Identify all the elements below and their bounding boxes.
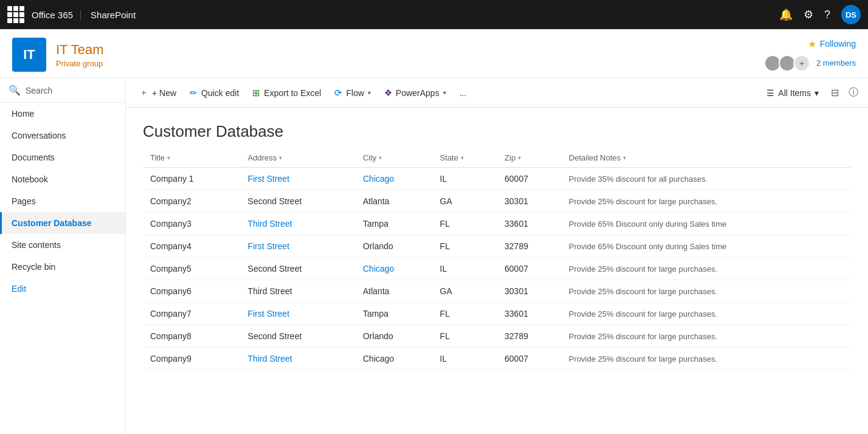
cell-state: GA bbox=[433, 280, 497, 303]
group-header-right: ★ Following + 2 members bbox=[764, 38, 856, 72]
zip-sort-icon: ▾ bbox=[518, 154, 521, 161]
sidebar-item-edit[interactable]: Edit bbox=[0, 278, 125, 300]
export-label: Export to Excel bbox=[264, 88, 321, 98]
table-row[interactable]: Company7First StreetTampaFL33601Provide … bbox=[143, 303, 851, 325]
cell-state: IL bbox=[433, 168, 497, 190]
cell-title: Company4 bbox=[143, 235, 241, 258]
waffle-menu[interactable] bbox=[7, 6, 24, 23]
table-header-row: Title ▾ Address ▾ bbox=[143, 148, 851, 168]
cell-title: Company9 bbox=[143, 348, 241, 370]
page-title: Customer Database bbox=[143, 122, 851, 141]
add-member-icon[interactable]: + bbox=[793, 55, 810, 72]
search-label: Search bbox=[26, 86, 52, 95]
all-items-chevron-icon: ▾ bbox=[815, 88, 819, 98]
quick-edit-button[interactable]: ✏ Quick edit bbox=[184, 84, 245, 102]
members-count[interactable]: 2 members bbox=[816, 58, 856, 67]
col-address: Address ▾ bbox=[241, 148, 356, 168]
cell-notes: Provide 25% discount for large purchases… bbox=[562, 190, 851, 213]
flow-chevron-icon: ▾ bbox=[368, 89, 371, 96]
new-icon: ＋ bbox=[139, 87, 148, 98]
cell-state: GA bbox=[433, 190, 497, 213]
star-icon: ★ bbox=[808, 38, 816, 50]
cell-notes: Provide 25% discount for large purchases… bbox=[562, 258, 851, 280]
all-items-button[interactable]: ☰ All Items ▾ bbox=[762, 86, 824, 100]
topbar: Office 365 SharePoint 🔔 ⚙ ? DS bbox=[0, 0, 868, 29]
cell-notes: Provide 65% Discount only during Sales t… bbox=[562, 235, 851, 258]
cell-address: Third Street bbox=[241, 280, 356, 303]
sidebar-item-conversations[interactable]: Conversations bbox=[0, 125, 125, 146]
table-row[interactable]: Company2Second StreetAtlantaGA30301Provi… bbox=[143, 190, 851, 213]
flow-icon: ⟳ bbox=[334, 88, 342, 98]
table-row[interactable]: Company6Third StreetAtlantaGA30301Provid… bbox=[143, 280, 851, 303]
table-row[interactable]: Company4First StreetOrlandoFL32789Provid… bbox=[143, 235, 851, 258]
cell-title: Company8 bbox=[143, 325, 241, 348]
new-button[interactable]: ＋ + New bbox=[133, 83, 182, 102]
sidebar-item-recycle-bin[interactable]: Recycle bin bbox=[0, 256, 125, 278]
table-body: Company 1First StreetChicagoIL60007Provi… bbox=[143, 168, 851, 370]
table-row[interactable]: Company9Third StreetChicagoIL60007Provid… bbox=[143, 348, 851, 370]
cell-zip: 32789 bbox=[497, 325, 562, 348]
cell-zip: 30301 bbox=[497, 190, 562, 213]
cell-city[interactable]: Chicago bbox=[356, 168, 433, 190]
cell-zip: 32789 bbox=[497, 235, 562, 258]
search-box[interactable]: 🔍 Search bbox=[0, 78, 125, 103]
sidebar-item-documents[interactable]: Documents bbox=[0, 146, 125, 168]
powerapps-button[interactable]: ❖ PowerApps ▾ bbox=[378, 84, 452, 102]
cell-address: Second Street bbox=[241, 325, 356, 348]
following-button[interactable]: ★ Following bbox=[808, 38, 856, 50]
cell-state: FL bbox=[433, 213, 497, 235]
more-button[interactable]: ... bbox=[453, 84, 473, 102]
sidebar-item-pages[interactable]: Pages bbox=[0, 190, 125, 212]
quick-edit-label: Quick edit bbox=[201, 88, 239, 98]
state-sort-icon: ▾ bbox=[461, 154, 464, 161]
search-icon: 🔍 bbox=[9, 84, 21, 96]
cell-city: Tampa bbox=[356, 303, 433, 325]
toolbar-right: ☰ All Items ▾ ⊟ ⓘ bbox=[762, 84, 861, 102]
cell-notes: Provide 25% discount for large purchases… bbox=[562, 348, 851, 370]
col-notes: Detailed Notes ▾ bbox=[562, 148, 851, 168]
cell-address[interactable]: First Street bbox=[241, 235, 356, 258]
cell-city: Orlando bbox=[356, 325, 433, 348]
cell-address[interactable]: First Street bbox=[241, 303, 356, 325]
col-zip: Zip ▾ bbox=[497, 148, 562, 168]
flow-button[interactable]: ⟳ Flow ▾ bbox=[328, 84, 377, 102]
sidebar-item-home[interactable]: Home bbox=[0, 103, 125, 125]
cell-zip: 60007 bbox=[497, 168, 562, 190]
notifications-button[interactable]: 🔔 bbox=[779, 8, 793, 21]
new-label: + New bbox=[152, 88, 176, 98]
cell-city: Chicago bbox=[356, 348, 433, 370]
cell-state: FL bbox=[433, 325, 497, 348]
cell-address[interactable]: First Street bbox=[241, 168, 356, 190]
filter-button[interactable]: ⊟ bbox=[828, 84, 841, 101]
cell-state: IL bbox=[433, 258, 497, 280]
cell-address[interactable]: Third Street bbox=[241, 213, 356, 235]
user-avatar[interactable]: DS bbox=[841, 5, 861, 24]
table-row[interactable]: Company8Second StreetOrlandoFL32789Provi… bbox=[143, 325, 851, 348]
powerapps-icon: ❖ bbox=[384, 88, 392, 98]
sidebar-item-customer-database[interactable]: Customer Database bbox=[0, 212, 125, 234]
cell-title: Company3 bbox=[143, 213, 241, 235]
table-row[interactable]: Company3Third StreetTampaFL33601Provide … bbox=[143, 213, 851, 235]
cell-title: Company 1 bbox=[143, 168, 241, 190]
table-row[interactable]: Company5Second StreetChicagoIL60007Provi… bbox=[143, 258, 851, 280]
cell-address[interactable]: Third Street bbox=[241, 348, 356, 370]
cell-notes: Provide 65% Discount only during Sales t… bbox=[562, 213, 851, 235]
help-button[interactable]: ? bbox=[824, 9, 830, 21]
cell-zip: 60007 bbox=[497, 348, 562, 370]
cell-zip: 33601 bbox=[497, 303, 562, 325]
export-excel-button[interactable]: ⊞ Export to Excel bbox=[246, 84, 327, 102]
sidebar-item-site-contents[interactable]: Site contents bbox=[0, 234, 125, 256]
cell-city: Tampa bbox=[356, 213, 433, 235]
sidebar-nav: Home Conversations Documents Notebook Pa… bbox=[0, 103, 125, 300]
cell-city[interactable]: Chicago bbox=[356, 258, 433, 280]
group-name: IT Team bbox=[56, 42, 104, 58]
info-button[interactable]: ⓘ bbox=[846, 84, 861, 102]
settings-button[interactable]: ⚙ bbox=[804, 8, 813, 21]
title-sort-icon: ▾ bbox=[167, 154, 170, 161]
sidebar-item-notebook[interactable]: Notebook bbox=[0, 168, 125, 190]
more-label: ... bbox=[460, 88, 467, 98]
sharepoint-label: SharePoint bbox=[91, 10, 136, 20]
table-row[interactable]: Company 1First StreetChicagoIL60007Provi… bbox=[143, 168, 851, 190]
cell-state: FL bbox=[433, 303, 497, 325]
pencil-icon: ✏ bbox=[190, 88, 198, 98]
